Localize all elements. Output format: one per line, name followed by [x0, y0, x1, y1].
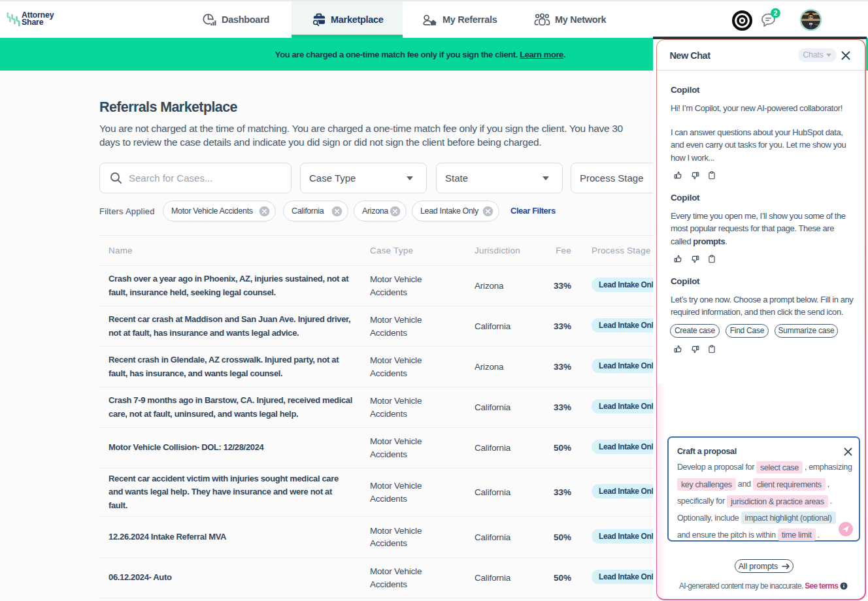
svg-text:2: 2 — [774, 9, 778, 17]
